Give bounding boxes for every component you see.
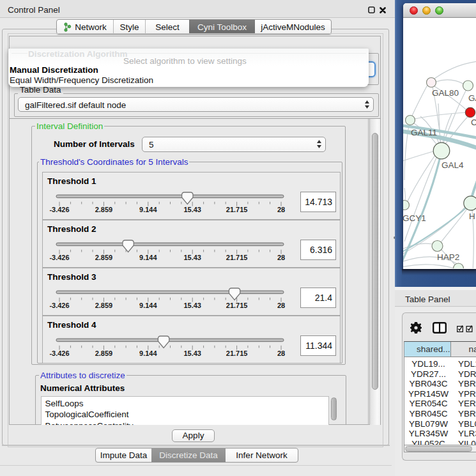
svg-text:2.859: 2.859 — [95, 302, 113, 309]
svg-text:9.144: 9.144 — [139, 254, 157, 261]
svg-text:9.144: 9.144 — [139, 206, 157, 213]
svg-text:-3.426: -3.426 — [49, 302, 69, 309]
svg-text:9.144: 9.144 — [139, 349, 157, 357]
svg-text:21.715: 21.715 — [226, 349, 248, 357]
svg-text:9.144: 9.144 — [139, 302, 157, 309]
svg-text:15.43: 15.43 — [183, 302, 201, 309]
svg-text:-3.426: -3.426 — [49, 206, 69, 213]
svg-text:HAP2: HAP2 — [437, 252, 459, 262]
svg-text:15.43: 15.43 — [183, 254, 201, 261]
svg-text:2.859: 2.859 — [95, 349, 113, 357]
svg-text:GA: GA — [468, 93, 476, 103]
svg-text:C: C — [471, 118, 476, 127]
svg-text:GAL11: GAL11 — [411, 128, 437, 137]
svg-text:28: 28 — [277, 302, 285, 309]
svg-text:GCY1: GCY1 — [403, 213, 426, 223]
svg-text:28: 28 — [277, 206, 285, 213]
svg-text:28: 28 — [277, 254, 285, 261]
svg-text:GAL80: GAL80 — [432, 88, 459, 98]
svg-text:2.859: 2.859 — [95, 206, 113, 213]
svg-text:28: 28 — [277, 349, 285, 357]
svg-text:15.43: 15.43 — [183, 349, 201, 357]
svg-text:-3.426: -3.426 — [49, 349, 69, 357]
svg-text:21.715: 21.715 — [226, 254, 248, 261]
svg-text:GAL4: GAL4 — [441, 160, 464, 170]
svg-text:21.715: 21.715 — [226, 206, 248, 213]
svg-text:15.43: 15.43 — [183, 206, 201, 213]
svg-text:2.859: 2.859 — [95, 254, 113, 261]
svg-text:21.715: 21.715 — [226, 302, 248, 309]
svg-text:H: H — [469, 211, 475, 221]
svg-text:-3.426: -3.426 — [49, 254, 69, 261]
